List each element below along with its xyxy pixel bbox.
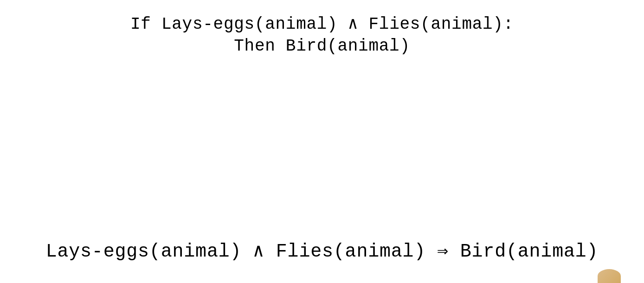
rule-line1: If Lays-eggs(animal) ∧ Flies(animal): — [130, 14, 514, 36]
rule-line2: Then Bird(animal) — [130, 36, 514, 58]
formula-line: Lays-eggs(animal) ∧ Flies(animal) ⇒ Bird… — [46, 241, 599, 262]
rule-block: If Lays-eggs(animal) ∧ Flies(animal): Th… — [130, 14, 514, 58]
content-area: If Lays-eggs(animal) ∧ Flies(animal): Th… — [0, 0, 644, 283]
bottom-formula: Lays-eggs(animal) ∧ Flies(animal) ⇒ Bird… — [0, 239, 644, 262]
avatar-hint — [598, 269, 621, 283]
